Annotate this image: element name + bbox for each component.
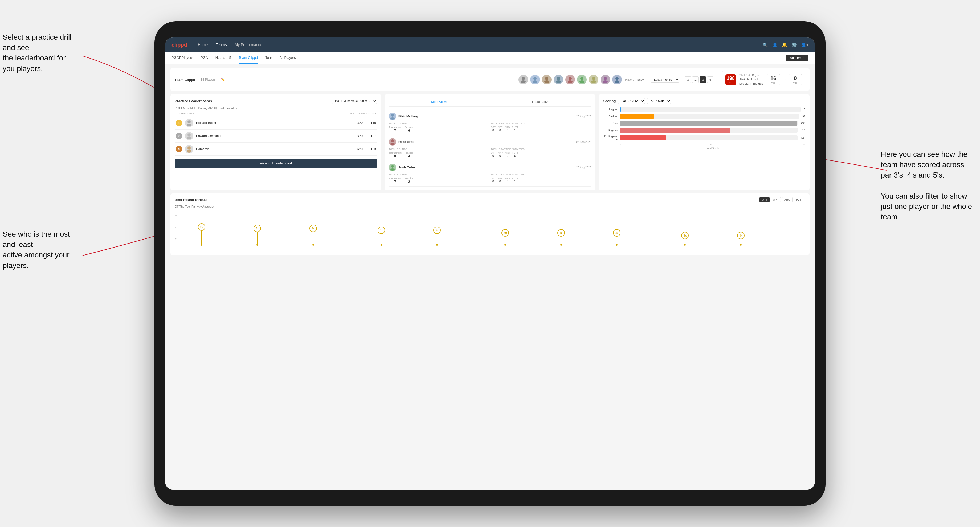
subnav-hcaps[interactable]: Hcaps 1-5: [215, 52, 231, 63]
app-stat: APP 0: [498, 177, 503, 183]
main-content: Team Clippd 14 Players ✏️: [165, 64, 815, 490]
tab-most-active[interactable]: Most Active: [389, 98, 490, 106]
scoring-title: Scoring: [603, 99, 616, 103]
stats-grid: Total Rounds Tournament 8 Practice 4: [389, 148, 591, 158]
grid-view-icon[interactable]: ⊞: [685, 76, 691, 83]
svg-point-4: [533, 80, 538, 83]
tab-ott[interactable]: OTT: [759, 197, 770, 202]
player-activity-row: Josh Coles 26 Aug 2023 Total Rounds Tour…: [389, 161, 591, 187]
bell-icon[interactable]: 🔔: [782, 42, 787, 48]
bar-row-eagles: Eagles 3: [603, 107, 805, 112]
player-activity-row: Rees Britt 02 Sep 2023 Total Rounds Tour…: [389, 135, 591, 161]
list-view-icon[interactable]: ☰: [692, 76, 698, 83]
subnav-tour[interactable]: Tour: [265, 52, 272, 63]
tab-least-active[interactable]: Least Active: [490, 98, 591, 106]
drill-dropdown[interactable]: PUTT Must Make Putting...: [332, 98, 377, 104]
start-yds: 16 yds: [767, 74, 780, 86]
profile-icon[interactable]: 👤▾: [801, 42, 808, 48]
putt-stat: PUTT 1: [512, 177, 519, 183]
three-col-section: Practice Leaderboards PUTT Must Make Put…: [170, 94, 810, 190]
player-name: Richard Butler: [196, 121, 347, 125]
bar-label-bogeys: Bogeys: [603, 129, 617, 132]
player-avatar: [185, 119, 193, 127]
svg-point-1: [522, 77, 525, 80]
svg-point-2: [521, 80, 526, 83]
show-select[interactable]: Last 3 months: [651, 77, 679, 83]
player-avg: 107: [365, 134, 376, 138]
tournament-stat: Tournament 8: [389, 151, 402, 158]
bar-track: [620, 121, 797, 125]
search-icon[interactable]: 🔍: [763, 42, 768, 48]
player-name: Josh Coles: [398, 165, 574, 169]
scoring-bar-chart: Eagles 3 Birdies 96: [603, 107, 805, 141]
player-act-header: Blair McHarg 26 Aug 2023: [389, 113, 591, 120]
avatar: [612, 75, 622, 84]
view-full-leaderboard-button[interactable]: View Full Leaderboard: [175, 159, 377, 168]
filter-icon[interactable]: ⇅: [707, 76, 713, 83]
svg-point-25: [391, 114, 394, 117]
bar-label-eagles: Eagles: [603, 108, 617, 111]
bar-fill-birdies: [620, 114, 654, 119]
svg-point-3: [533, 77, 536, 80]
player-score: 19/20: [349, 121, 363, 125]
player-score: 17/20: [349, 147, 363, 151]
people-icon[interactable]: 👤: [772, 42, 778, 48]
activity-card: Most Active Least Active Blair McHarg 26…: [385, 94, 595, 190]
subnav-all-players[interactable]: All Players: [279, 52, 296, 63]
bar-value-eagles: 3: [804, 108, 805, 111]
svg-point-15: [604, 77, 607, 80]
subnav-pga[interactable]: PGA: [200, 52, 208, 63]
subnav-team-clippd[interactable]: Team Clippd: [239, 52, 258, 63]
bar-track: [620, 135, 797, 140]
nav-performance[interactable]: My Performance: [235, 43, 262, 47]
shot-badge: 198 SC: [725, 74, 736, 85]
streak-point: 5x: [433, 227, 441, 246]
app-stat: APP 0: [498, 126, 503, 132]
player-avatar: [185, 145, 193, 153]
practice-activities-group: Total Practice Activities OTT 0 APP 0: [491, 122, 591, 133]
card-view-icon[interactable]: ⊡: [700, 76, 706, 83]
streak-point: 3x: [681, 232, 689, 246]
player-filter[interactable]: All Players: [647, 98, 671, 104]
player-activity-row: Blair McHarg 26 Aug 2023 Total Rounds To…: [389, 110, 591, 135]
shot-info: Shot Dist: 16 yds Start Lie: Rough End L…: [739, 73, 764, 86]
subnav-pgat[interactable]: PGAT Players: [172, 52, 193, 63]
player-avatar: [389, 138, 396, 146]
svg-point-10: [568, 80, 573, 83]
player-avg: 103: [365, 147, 376, 151]
avatar: [589, 75, 598, 84]
tab-app[interactable]: APP: [771, 197, 781, 202]
lb-row: 3 Cameron... 17/20 103: [175, 143, 377, 156]
practice-activities-group: Total Practice Activities OTT 0 APP 0: [491, 148, 591, 158]
par-filter[interactable]: Par 3, 4 & 5s: [618, 98, 645, 104]
tab-putt[interactable]: PUTT: [794, 197, 805, 202]
add-team-button[interactable]: Add Team: [786, 55, 808, 62]
streak-point: 4x: [557, 229, 565, 246]
bar-value-birdies: 96: [802, 115, 805, 118]
nav-teams[interactable]: Teams: [216, 43, 227, 47]
svg-point-7: [557, 77, 560, 80]
avatar: [577, 75, 587, 84]
shot-card: 198 SC Shot Dist: 16 yds Start Lie: Roug…: [722, 71, 805, 88]
nav-home[interactable]: Home: [198, 43, 208, 47]
practice-sub-values: OTT 0 APP 0 ARG 0: [491, 151, 591, 157]
practice-stat: Practice 4: [405, 151, 414, 158]
activity-tabs: Most Active Least Active: [389, 98, 591, 107]
svg-point-26: [390, 117, 395, 119]
tab-arg[interactable]: ARG: [782, 197, 792, 202]
stats-grid: Total Rounds Tournament 7 Practice 2: [389, 173, 591, 184]
app-logo: clippd: [172, 42, 187, 48]
edit-icon[interactable]: ✏️: [221, 78, 225, 81]
svg-point-12: [579, 80, 584, 83]
svg-point-19: [188, 120, 191, 124]
avatar: [600, 75, 610, 84]
streak-point: 4x: [613, 229, 620, 246]
tournament-stat: Tournament 7: [389, 126, 402, 133]
streak-point: 4x: [501, 229, 509, 246]
ott-stat: OTT 0: [491, 151, 496, 157]
y-axis-label: 6: [175, 214, 177, 217]
stats-grid: Total Rounds Tournament 7 Practice 6: [389, 122, 591, 133]
bar-row-bogeys: Bogeys 311: [603, 128, 805, 133]
settings-icon[interactable]: ⚙️: [791, 42, 797, 48]
svg-point-30: [390, 168, 395, 171]
